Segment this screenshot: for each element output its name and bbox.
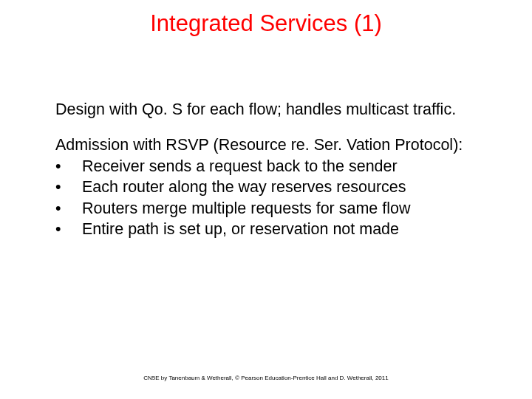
- bullet-symbol: •: [55, 156, 82, 177]
- rsvp-intro: Admission with RSVP (Resource re. Ser. V…: [55, 134, 480, 155]
- rsvp-section: Admission with RSVP (Resource re. Ser. V…: [55, 134, 480, 239]
- bullet-text: Routers merge multiple requests for same…: [82, 198, 480, 219]
- bullet-text: Each router along the way reserves resou…: [82, 177, 480, 197]
- bullet-text: Entire path is set up, or reservation no…: [82, 219, 480, 239]
- slide-body: Design with Qo. S for each flow; handles…: [55, 99, 480, 239]
- intro-paragraph: Design with Qo. S for each flow; handles…: [55, 99, 480, 120]
- bullet-item: • Each router along the way reserves res…: [55, 177, 480, 197]
- bullet-item: • Routers merge multiple requests for sa…: [55, 198, 480, 219]
- slide-footer: CN5E by Tanenbaum & Wetherall, © Pearson…: [0, 375, 532, 381]
- bullet-item: • Receiver sends a request back to the s…: [55, 156, 480, 177]
- slide-title: Integrated Services (1): [0, 10, 532, 37]
- bullet-symbol: •: [55, 219, 82, 239]
- bullet-symbol: •: [55, 177, 82, 197]
- bullet-item: • Entire path is set up, or reservation …: [55, 219, 480, 239]
- slide: Integrated Services (1) Design with Qo. …: [0, 0, 532, 399]
- bullet-text: Receiver sends a request back to the sen…: [82, 156, 480, 177]
- bullet-symbol: •: [55, 198, 82, 219]
